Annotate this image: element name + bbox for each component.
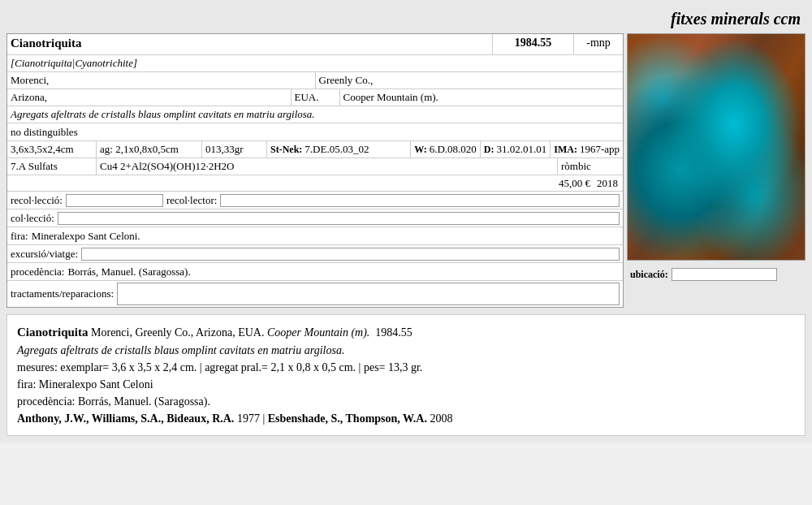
page-header: fitxes minerals ccm xyxy=(6,6,806,33)
meas-ag: ag: 2,1x0,8x0,5cm xyxy=(97,141,202,158)
tractaments-label: tractaments/reparacions: xyxy=(11,287,114,300)
location-country: Arizona, xyxy=(7,89,292,106)
app-title: fitxes minerals ccm xyxy=(671,10,801,28)
alt-name-row: [Cianotriquita|Cyanotrichite] xyxy=(7,55,623,72)
ima-val: 1967-app xyxy=(580,143,620,156)
recolector-label: recol·lector: xyxy=(166,194,217,207)
excursio-row: excursió/viatge: xyxy=(7,245,623,263)
year: 2018 xyxy=(597,177,618,190)
excursio-input[interactable] xyxy=(81,248,620,261)
ubicacio-input[interactable] xyxy=(672,268,777,281)
location-col2: Greenly Co., xyxy=(316,72,624,88)
st-nek-cell: St-Nek: 7.DE.05.03_02 xyxy=(267,141,411,158)
ref1-year: 1977 | xyxy=(237,412,268,425)
tractaments-input[interactable] xyxy=(117,283,620,305)
recoleccio-input[interactable] xyxy=(66,194,163,207)
bottom-mineral-name: Cianotriquita xyxy=(17,326,89,339)
ref1-authors: Anthony, J.W., Williams, S.A., Bideaux, … xyxy=(17,412,234,425)
location-row-2: Arizona, EUA. Cooper Mountain (m). xyxy=(7,89,623,106)
bottom-line2: Agregats afeltrats de cristalls blaus om… xyxy=(17,342,795,359)
fira-cell: fira: Mineralexpo Sant Celoni. xyxy=(7,227,623,244)
coleccio-label: col·lecció: xyxy=(11,212,54,225)
tractaments-row: tractaments/reparacions: xyxy=(7,281,623,307)
description-row: Agregats afeltrats de cristalls blaus om… xyxy=(7,106,623,123)
location-col1: Morenci, xyxy=(7,72,316,88)
card-area: Cianotriquita 1984.55 -mnp [Cianotriquit… xyxy=(6,33,806,308)
crystal-system: ròmbic xyxy=(558,158,623,175)
page-wrapper: fitxes minerals ccm Cianotriquita 1984.5… xyxy=(0,0,812,442)
fira-row: fira: Mineralexpo Sant Celoni. xyxy=(7,227,623,245)
ima-cell: IMA: 1967-app xyxy=(551,141,623,158)
recoleccio-row: recol·lecció: recol·lector: xyxy=(7,192,623,209)
coleccio-row: col·lecció: xyxy=(7,209,623,227)
measurements-row: 3,6x3,5x2,4cm ag: 2,1x0,8x0,5cm 013,33gr… xyxy=(7,141,623,158)
bottom-line1: Cianotriquita Morenci, Greenly Co., Ariz… xyxy=(17,323,795,342)
coleccio-input[interactable] xyxy=(58,212,620,225)
w-cell: W: 6.D.08.020 xyxy=(411,141,480,158)
ref2-year: 2008 xyxy=(430,412,452,425)
ubicacio-label: ubicació: xyxy=(630,269,668,281)
w-label: W: xyxy=(414,144,426,156)
bottom-description: Agregats afeltrats de cristalls blaus om… xyxy=(17,344,344,356)
formula: Cu4 2+Al2(SO4)(OH)12·2H2O xyxy=(97,158,558,175)
ima-label: IMA: xyxy=(554,144,577,156)
d-label: D: xyxy=(484,144,495,156)
location-row-1: Morenci, Greenly Co., xyxy=(7,72,623,89)
procedencia-cell: procedència: Borrás, Manuel. (Saragossa)… xyxy=(7,263,623,280)
bottom-line3: mesures: exemplar= 3,6 x 3,5 x 2,4 cm. |… xyxy=(17,359,795,376)
location-mountain: Cooper Mountain (m). xyxy=(340,89,624,106)
card-form: Cianotriquita 1984.55 -mnp [Cianotriquit… xyxy=(6,33,624,308)
ref2-authors: Esbenshade, S., Thompson, W.A. xyxy=(268,412,427,425)
w-val: 6.D.08.020 xyxy=(430,143,477,156)
ubicacio-row: ubicació: xyxy=(627,265,806,283)
category: 7.A Sulfats xyxy=(7,158,97,175)
mineral-image xyxy=(627,33,806,261)
mineral-name: Cianotriquita xyxy=(7,34,493,54)
bottom-line5: procedència: Borrás, Manuel. (Saragossa)… xyxy=(17,393,795,410)
excursio-label: excursió/viatge: xyxy=(11,248,78,261)
st-nek-label: St-Nek: xyxy=(270,144,302,156)
title-row: Cianotriquita 1984.55 -mnp xyxy=(7,34,623,55)
price: 45,00 € xyxy=(559,177,590,190)
d-cell: D: 31.02.01.01 xyxy=(481,141,551,158)
bottom-location: Morenci, Greenly Co., Arizona, EUA. Coop… xyxy=(91,326,412,339)
fira-value: Mineralexpo Sant Celoni. xyxy=(32,230,140,243)
mineral-code: 1984.55 xyxy=(493,34,574,54)
bottom-line4: fira: Mineralexpo Sant Celoni xyxy=(17,376,795,393)
procedencia-value: Borrás, Manuel. (Saragossa). xyxy=(67,265,190,278)
procedencia-label: procedència: xyxy=(11,265,64,278)
mineral-alt-name: [Cianotriquita|Cyanotrichite] xyxy=(11,57,137,69)
mineral-image-inner xyxy=(628,34,805,260)
d-val: 31.02.01.01 xyxy=(496,143,546,156)
meas-overall: 3,6x3,5x2,4cm xyxy=(7,141,97,158)
st-nek-val: 7.DE.05.03_02 xyxy=(304,143,369,156)
fira-label: fira: xyxy=(11,230,28,243)
no-distinguibles: no distinguibles xyxy=(7,123,623,140)
mineral-type: -mnp xyxy=(574,34,623,54)
bottom-section: Cianotriquita Morenci, Greenly Co., Ariz… xyxy=(6,314,806,436)
no-distinguibles-row: no distinguibles xyxy=(7,123,623,141)
location-state: EUA. xyxy=(292,89,340,106)
recoleccio-label: recol·lecció: xyxy=(11,194,63,207)
procedencia-row: procedència: Borrás, Manuel. (Saragossa)… xyxy=(7,263,623,281)
bottom-references: Anthony, J.W., Williams, S.A., Bideaux, … xyxy=(17,410,795,427)
category-row: 7.A Sulfats Cu4 2+Al2(SO4)(OH)12·2H2O rò… xyxy=(7,158,623,175)
meas-weight: 013,33gr xyxy=(202,141,267,158)
image-section: ubicació: xyxy=(627,33,806,308)
description-text: Agregats afeltrats de cristalls blaus om… xyxy=(11,108,315,120)
price-row: 45,00 € 2018 xyxy=(7,175,623,192)
recolector-input[interactable] xyxy=(220,194,620,207)
